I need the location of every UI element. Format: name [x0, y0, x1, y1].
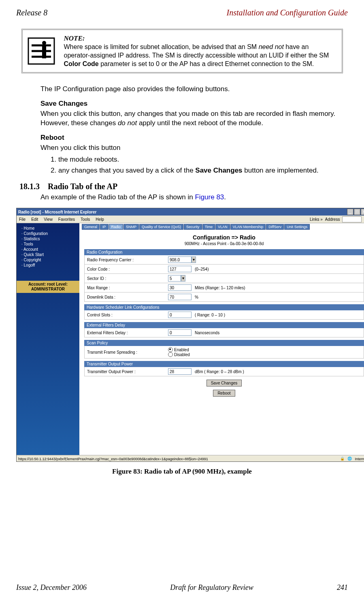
- globe-icon: 🌐: [347, 457, 352, 461]
- reboot-steps: the module reboots. any changes that you…: [49, 155, 324, 175]
- tab-vlan-membership[interactable]: VLAN Membership: [230, 224, 266, 230]
- downlink-input[interactable]: 70: [168, 294, 192, 300]
- address-input[interactable]: [342, 216, 362, 222]
- sidebar-item[interactable]: · Home: [21, 226, 79, 231]
- footer-issue: Issue 2, December 2006: [16, 583, 87, 592]
- svg-rect-5: [42, 46, 46, 58]
- list-item: any changes that you saved by a click of…: [58, 166, 324, 175]
- menu-item[interactable]: File: [19, 217, 26, 222]
- tab-snmp[interactable]: SNMP: [123, 224, 139, 230]
- menu-item[interactable]: View: [44, 217, 53, 222]
- figure-caption: Figure 83: Radio tab of AP (900 MHz), ex…: [16, 468, 348, 476]
- sidebar-item[interactable]: · Copyright: [21, 257, 79, 263]
- doc-guide: Installation and Configuration Guide: [227, 8, 348, 17]
- page-title: Configuration => Radio: [79, 234, 364, 241]
- section-header: Transmitter Output Power: [84, 361, 364, 367]
- paragraph-ipconfig: The IP Configuration page also provides …: [40, 85, 336, 94]
- section-header: Scan Policy: [84, 340, 364, 346]
- tab-general[interactable]: General: [82, 224, 100, 230]
- sidebar: · Home · Configuration · Statistics · To…: [17, 223, 79, 455]
- heading-save-changes: Save Changes: [40, 100, 336, 108]
- section-header: External Filters Delay: [84, 322, 364, 328]
- paragraph-save-changes: When you click this button, any changes …: [40, 109, 336, 128]
- tab-radio[interactable]: Radio: [109, 224, 123, 230]
- status-bar: https://10.50.1.12:9443/pxbr/ElementPrax…: [17, 455, 364, 462]
- figure-link[interactable]: Figure 83: [195, 193, 224, 201]
- radio-enabled[interactable]: [168, 347, 173, 352]
- list-item: the module reboots.: [58, 155, 324, 164]
- footer-page: 241: [337, 583, 348, 592]
- status-url: https://10.50.1.12:9443/pxbr/ElementPrax…: [18, 457, 208, 461]
- reboot-button[interactable]: Reboot: [213, 390, 235, 397]
- zone-label: Internet: [355, 457, 364, 461]
- max-range-input[interactable]: 30: [168, 284, 192, 291]
- menu-item[interactable]: Edit: [31, 217, 38, 222]
- tx-power-input[interactable]: 28: [168, 368, 192, 375]
- sidebar-item[interactable]: · Account: [21, 247, 79, 252]
- sidebar-item[interactable]: · Tools: [21, 241, 79, 247]
- sidebar-item[interactable]: · Quick Start: [21, 252, 79, 257]
- menu-bar: File Edit View Favorites Tools Help Link…: [17, 216, 364, 223]
- tab-time[interactable]: Time: [202, 224, 215, 230]
- note-text: NOTE: Where space is limited for subnet …: [64, 34, 337, 68]
- close-icon[interactable]: ✕: [361, 209, 364, 215]
- paragraph-reboot: When you click this button: [40, 143, 336, 153]
- note-icon: [26, 36, 57, 66]
- sidebar-account: Account: root Level: ADMINISTRATOR: [17, 281, 79, 293]
- page-subtitle: 900MHz - Access Point - 0a-00-3e-90-00-8…: [79, 241, 364, 246]
- tab-security[interactable]: Security: [184, 224, 202, 230]
- sidebar-item[interactable]: · Configuration: [21, 231, 79, 236]
- doc-release: Release 8: [16, 8, 47, 17]
- radio-disabled[interactable]: [168, 352, 173, 357]
- note-container: NOTE: Where space is limited for subnet …: [21, 29, 343, 73]
- minimize-icon[interactable]: _: [347, 209, 353, 215]
- menu-item[interactable]: Favorites: [58, 217, 75, 222]
- lock-icon: 🔒: [340, 457, 345, 461]
- tab-unit-settings[interactable]: Unit Settings: [284, 224, 310, 230]
- address-label: Address: [325, 217, 340, 222]
- links-label: Links »: [310, 217, 323, 222]
- filters-delay-input[interactable]: 0: [168, 329, 192, 336]
- menu-item[interactable]: Help: [96, 217, 104, 222]
- embedded-screenshot: Radio [root] - Microsoft Internet Explor…: [16, 208, 364, 462]
- section-header: Radio Configuration: [84, 249, 364, 255]
- save-changes-button[interactable]: Save Changes: [206, 380, 242, 386]
- tab-qos[interactable]: Quality of Service (QoS): [139, 224, 183, 230]
- freq-select[interactable]: 908.0: [168, 256, 192, 263]
- sidebar-item[interactable]: · Logoff: [21, 263, 79, 268]
- window-titlebar: Radio [root] - Microsoft Internet Explor…: [17, 208, 364, 216]
- chevron-down-icon[interactable]: ▾: [192, 256, 196, 263]
- color-code-input[interactable]: 127: [168, 266, 192, 272]
- control-slots-input[interactable]: 0: [168, 312, 192, 318]
- tab-strip: General IP Radio SNMP Quality of Service…: [79, 223, 364, 230]
- section-heading: 18.1.3 Radio Tab of the AP: [19, 182, 348, 191]
- section-paragraph: An example of the Radio tab of the AP is…: [40, 193, 336, 202]
- main-content: General IP Radio SNMP Quality of Service…: [79, 223, 364, 455]
- tab-diffserv[interactable]: DiffServ: [266, 224, 284, 230]
- footer-draft: Draft for Regulatory Review: [170, 583, 253, 592]
- tab-ip[interactable]: IP: [100, 224, 109, 230]
- svg-point-4: [42, 41, 46, 45]
- sidebar-item[interactable]: · Statistics: [21, 236, 79, 241]
- menu-item[interactable]: Tools: [81, 217, 90, 222]
- section-header: Hardware Scheduler Link Configurations: [84, 304, 364, 310]
- chevron-down-icon[interactable]: ▾: [181, 275, 185, 282]
- heading-reboot: Reboot: [40, 134, 336, 142]
- tab-vlan[interactable]: VLAN: [215, 224, 230, 230]
- maximize-icon[interactable]: □: [354, 209, 360, 215]
- sector-select[interactable]: 5: [168, 275, 181, 282]
